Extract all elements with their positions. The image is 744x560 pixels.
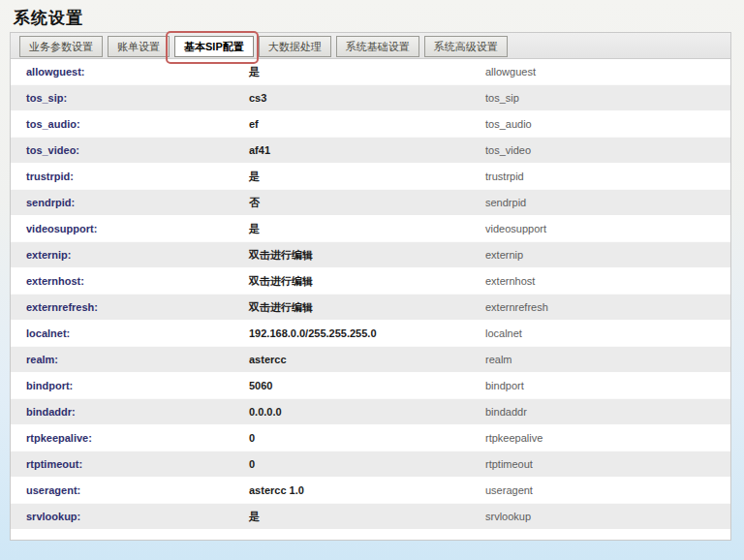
row-fieldname: externhost [485, 275, 730, 287]
row-label: useragent: [11, 484, 249, 496]
row-label: rtpkeepalive: [11, 432, 249, 444]
table-row-allowguest: allowguest: 是 allowguest [11, 59, 730, 85]
row-label: bindaddr: [11, 406, 249, 418]
row-label: localnet: [11, 327, 249, 339]
row-value-allowguest[interactable]: 是 [249, 65, 485, 79]
row-fieldname: tos_audio [485, 118, 730, 130]
row-label: bindport: [11, 380, 249, 391]
row-value-rtpkeepalive[interactable]: 0 [249, 432, 485, 444]
row-fieldname: realm [485, 354, 730, 365]
row-label: sendrpid: [11, 197, 249, 208]
table-row-useragent: useragent: astercc 1.0 useragent [11, 478, 730, 504]
row-label: rtptimeout: [11, 458, 249, 470]
row-value-srvlookup[interactable]: 是 [249, 510, 485, 524]
table-row-srvlookup: srvlookup: 是 srvlookup [11, 504, 730, 530]
row-value-rtptimeout[interactable]: 0 [249, 458, 485, 470]
row-label: srvlookup: [11, 511, 249, 522]
row-fieldname: sendrpid [485, 197, 730, 208]
table-row-externhost: externhost: 双击进行编辑 externhost [11, 268, 730, 295]
row-value-localnet[interactable]: 192.168.0.0/255.255.255.0 [249, 327, 485, 339]
row-value-trustrpid[interactable]: 是 [249, 170, 485, 184]
table-row-trustrpid: trustrpid: 是 trustrpid [11, 164, 730, 190]
row-fieldname: externip [485, 249, 730, 261]
tab-basic-sip[interactable]: 基本SIP配置 [174, 36, 254, 57]
row-value-externhost[interactable]: 双击进行编辑 [249, 274, 485, 289]
row-label: externhost: [11, 275, 249, 287]
row-label: tos_sip: [11, 92, 249, 104]
row-label: videosupport: [11, 223, 249, 234]
row-label: externrefresh: [11, 301, 249, 313]
tab-system-basic[interactable]: 系统基础设置 [336, 36, 419, 57]
row-value-tos_video[interactable]: af41 [249, 144, 485, 156]
row-value-sendrpid[interactable]: 否 [249, 196, 485, 210]
row-fieldname: srvlookup [485, 511, 730, 522]
row-fieldname: bindaddr [485, 406, 730, 418]
row-fieldname: externrefresh [485, 301, 730, 313]
table-row-externrefresh: externrefresh: 双击进行编辑 externrefresh [11, 295, 730, 321]
row-fieldname: localnet [485, 327, 730, 339]
page-title: 系统设置 [0, 0, 744, 32]
row-fieldname: allowguest [485, 66, 730, 78]
row-value-externrefresh[interactable]: 双击进行编辑 [249, 300, 485, 315]
settings-tabstrip: 业务参数设置账单设置基本SIP配置大数据处理系统基础设置系统高级设置 [11, 33, 730, 59]
row-fieldname: tos_sip [485, 92, 730, 104]
table-row-tos_video: tos_video: af41 tos_video [11, 138, 730, 164]
table-row-tos_sip: tos_sip: cs3 tos_sip [11, 85, 730, 111]
table-row-externip: externip: 双击进行编辑 externip [11, 242, 730, 268]
settings-table: allowguest: 是 allowguest tos_sip: cs3 to… [11, 59, 730, 540]
row-fieldname: rtpkeepalive [485, 432, 730, 444]
row-fieldname: bindport [485, 380, 730, 391]
row-value-realm[interactable]: astercc [249, 354, 485, 365]
row-value-bindaddr[interactable]: 0.0.0.0 [249, 406, 485, 418]
settings-panel: 业务参数设置账单设置基本SIP配置大数据处理系统基础设置系统高级设置 allow… [10, 32, 731, 541]
table-row-bindport: bindport: 5060 bindport [11, 373, 730, 399]
row-value-externip[interactable]: 双击进行编辑 [249, 248, 485, 263]
tab-system-advanced[interactable]: 系统高级设置 [424, 36, 508, 57]
table-row-realm: realm: astercc realm [11, 347, 730, 373]
table-row-tos_audio: tos_audio: ef tos_audio [11, 111, 730, 138]
table-row-rtpkeepalive: rtpkeepalive: 0 rtpkeepalive [11, 425, 730, 451]
row-fieldname: rtptimeout [485, 458, 730, 470]
row-fieldname: trustrpid [485, 171, 730, 182]
row-label: trustrpid: [11, 171, 249, 182]
row-fieldname: useragent [485, 484, 730, 496]
row-value-tos_sip[interactable]: cs3 [249, 92, 485, 104]
row-value-bindport[interactable]: 5060 [249, 380, 485, 391]
table-row-videosupport: videosupport: 是 videosupport [11, 216, 730, 242]
tab-billing[interactable]: 账单设置 [108, 36, 170, 57]
table-row-bindaddr: bindaddr: 0.0.0.0 bindaddr [11, 399, 730, 425]
row-label: realm: [11, 354, 249, 365]
tab-business-params[interactable]: 业务参数设置 [19, 36, 103, 57]
table-row-localnet: localnet: 192.168.0.0/255.255.255.0 loca… [11, 321, 730, 347]
row-value-useragent[interactable]: astercc 1.0 [249, 484, 485, 496]
row-label: externip: [11, 249, 249, 261]
row-fieldname: tos_video [485, 144, 730, 156]
row-label: tos_video: [11, 144, 249, 156]
table-row-rtptimeout: rtptimeout: 0 rtptimeout [11, 451, 730, 478]
row-value-tos_audio[interactable]: ef [249, 118, 485, 130]
table-row-sendrpid: sendrpid: 否 sendrpid [11, 190, 730, 216]
row-value-videosupport[interactable]: 是 [249, 222, 485, 236]
tab-big-data[interactable]: 大数据处理 [259, 36, 331, 57]
row-label: tos_audio: [11, 118, 249, 130]
row-label: allowguest: [11, 66, 249, 78]
row-fieldname: videosupport [485, 223, 730, 234]
